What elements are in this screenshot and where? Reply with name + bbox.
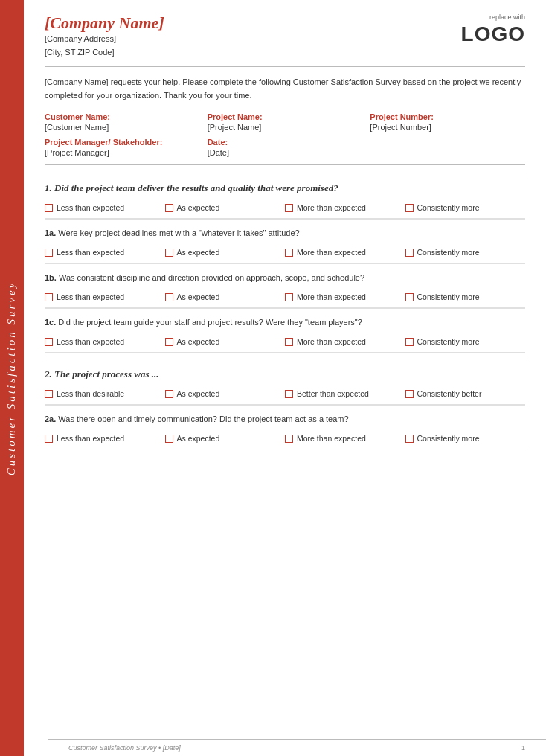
checkbox-q2-3[interactable] [405, 390, 414, 398]
checkbox-q2-2[interactable] [285, 390, 293, 398]
option-label-q1c-2: More than expected [297, 337, 366, 346]
checkbox-q1b-3[interactable] [405, 293, 414, 301]
option-label-q1a-0: Less than expected [57, 248, 124, 257]
option-item-q1-3[interactable]: Consistently more [405, 203, 526, 212]
project-manager-value: [Project Manager] [45, 148, 200, 157]
checkbox-q1c-2[interactable] [285, 338, 293, 346]
checkbox-q2a-3[interactable] [405, 435, 414, 443]
fields-row2: Project Manager/ Stakeholder: [Project M… [45, 138, 525, 157]
checkbox-q1c-3[interactable] [405, 338, 414, 346]
intro-text: [Company Name] requests your help. Pleas… [45, 76, 525, 102]
option-label-q1b-2: More than expected [297, 292, 366, 301]
checkbox-q1-0[interactable] [45, 204, 53, 212]
options-row-q1a: Less than expectedAs expectedMore than e… [45, 242, 525, 263]
checkbox-q2-0[interactable] [45, 390, 53, 398]
option-label-q1a-1: As expected [177, 248, 220, 257]
option-label-q1a-3: Consistently more [417, 248, 480, 257]
option-item-q1-0[interactable]: Less than expected [45, 203, 165, 212]
date-label: Date: [208, 138, 363, 147]
question-block-q1a: 1a. Were key project deadlines met with … [45, 219, 525, 263]
option-label-q2a-3: Consistently more [417, 434, 480, 443]
main-content: [Company Name] [Company Address] [City, … [24, 0, 546, 756]
project-number-field: Project Number: [Project Number] [370, 112, 525, 132]
sidebar-label: Customer Satisfaction Survey [6, 281, 19, 475]
option-item-q1a-2[interactable]: More than expected [285, 248, 405, 257]
options-row-q1c: Less than expectedAs expectedMore than e… [45, 331, 525, 353]
fields-divider [45, 164, 525, 165]
option-item-q2a-3[interactable]: Consistently more [405, 434, 526, 443]
option-item-q1-2[interactable]: More than expected [285, 203, 405, 212]
customer-name-value: [Customer Name] [45, 123, 200, 132]
checkbox-q2a-1[interactable] [165, 435, 173, 443]
option-label-q2-0: Less than desirable [57, 389, 124, 398]
question-main-text-q2: 2. The project process was ... [45, 368, 158, 379]
checkbox-q1c-1[interactable] [165, 338, 173, 346]
option-item-q1a-1[interactable]: As expected [165, 248, 286, 257]
checkbox-q1-1[interactable] [165, 204, 173, 212]
option-item-q1a-0[interactable]: Less than expected [45, 248, 165, 257]
sub-question-text-q1b: 1b. Was consistent discipline and direct… [45, 273, 364, 282]
fields-row1: Customer Name: [Customer Name] Project N… [45, 112, 525, 132]
option-item-q2a-2[interactable]: More than expected [285, 434, 405, 443]
sub-question-text-q1a: 1a. Were key project deadlines met with … [45, 228, 300, 237]
option-item-q1-1[interactable]: As expected [165, 203, 286, 212]
question-text-q1b: 1b. Was consistent discipline and direct… [45, 263, 525, 286]
option-item-q2-3[interactable]: Consistently better [405, 389, 526, 398]
checkbox-q1b-0[interactable] [45, 293, 53, 301]
checkbox-q1b-2[interactable] [285, 293, 293, 301]
option-label-q2a-1: As expected [177, 434, 220, 443]
company-name: [Company Name] [45, 13, 164, 33]
project-name-label: Project Name: [208, 112, 363, 121]
checkbox-q1-3[interactable] [405, 204, 414, 212]
option-label-q2-3: Consistently better [417, 389, 482, 398]
project-name-field: Project Name: [Project Name] [208, 112, 363, 132]
option-item-q2-0[interactable]: Less than desirable [45, 389, 165, 398]
option-item-q2a-1[interactable]: As expected [165, 434, 286, 443]
option-item-q1b-0[interactable]: Less than expected [45, 292, 165, 301]
project-manager-label: Project Manager/ Stakeholder: [45, 138, 200, 147]
checkbox-q1a-0[interactable] [45, 249, 53, 257]
checkbox-q2-1[interactable] [165, 390, 173, 398]
option-label-q1c-1: As expected [177, 337, 220, 346]
checkbox-q1a-2[interactable] [285, 249, 293, 257]
option-item-q2-2[interactable]: Better than expected [285, 389, 405, 398]
option-item-q2a-0[interactable]: Less than expected [45, 434, 165, 443]
checkbox-q1c-0[interactable] [45, 338, 53, 346]
option-label-q1-1: As expected [177, 203, 220, 212]
checkbox-q1b-1[interactable] [165, 293, 173, 301]
checkbox-q2a-0[interactable] [45, 435, 53, 443]
project-manager-field: Project Manager/ Stakeholder: [Project M… [45, 138, 200, 157]
sidebar: Customer Satisfaction Survey [0, 0, 24, 756]
option-label-q1-2: More than expected [297, 203, 366, 212]
checkbox-q1a-1[interactable] [165, 249, 173, 257]
option-item-q1a-3[interactable]: Consistently more [405, 248, 526, 257]
option-label-q2a-0: Less than expected [57, 434, 124, 443]
logo-area: replace with LOGO [461, 13, 525, 46]
options-row-q2: Less than desirableAs expectedBetter tha… [45, 383, 525, 405]
checkbox-q1-2[interactable] [285, 204, 293, 212]
project-number-label: Project Number: [370, 112, 525, 121]
question-text-q2a: 2a. Was there open and timely communicat… [45, 405, 525, 428]
project-number-value: [Project Number] [370, 123, 525, 132]
option-item-q1c-0[interactable]: Less than expected [45, 337, 165, 346]
option-item-q1c-1[interactable]: As expected [165, 337, 286, 346]
question-block-q2: 2. The project process was ...Less than … [45, 359, 525, 405]
checkbox-q2a-2[interactable] [285, 435, 293, 443]
project-name-value: [Project Name] [208, 123, 363, 132]
header: [Company Name] [Company Address] [City, … [45, 13, 525, 59]
option-item-q1c-3[interactable]: Consistently more [405, 337, 526, 346]
option-item-q1c-2[interactable]: More than expected [285, 337, 405, 346]
footer-page: 1 [521, 744, 525, 752]
option-item-q1b-2[interactable]: More than expected [285, 292, 405, 301]
company-address-line2: [City, ST ZIP Code] [45, 46, 164, 60]
option-label-q1b-0: Less than expected [57, 292, 124, 301]
checkbox-q1a-3[interactable] [405, 249, 414, 257]
question-main-text-q1: 1. Did the project team deliver the resu… [45, 182, 338, 193]
option-label-q1-0: Less than expected [57, 203, 124, 212]
option-item-q2-1[interactable]: As expected [165, 389, 286, 398]
question-text-q2: 2. The project process was ... [45, 359, 525, 383]
option-item-q1b-1[interactable]: As expected [165, 292, 286, 301]
option-item-q1b-3[interactable]: Consistently more [405, 292, 526, 301]
question-text-q1: 1. Did the project team deliver the resu… [45, 173, 525, 197]
questions-container: 1. Did the project team deliver the resu… [45, 173, 525, 449]
